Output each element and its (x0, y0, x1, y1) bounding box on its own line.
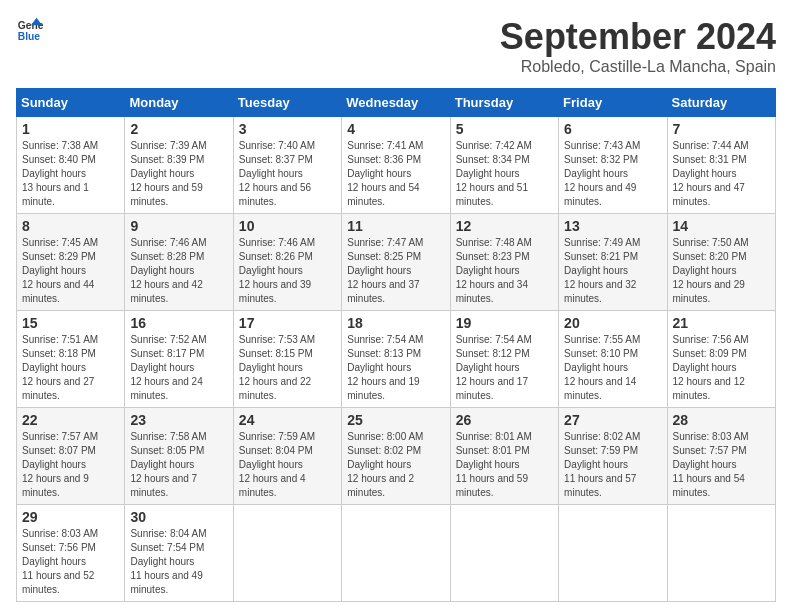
list-item: 27 Sunrise: 8:02 AM Sunset: 7:59 PM Dayl… (559, 408, 667, 505)
col-saturday: Saturday (667, 89, 775, 117)
list-item (342, 505, 450, 602)
day-number: 10 (239, 218, 336, 234)
day-number: 30 (130, 509, 227, 525)
day-number: 4 (347, 121, 444, 137)
list-item: 14 Sunrise: 7:50 AM Sunset: 8:20 PM Dayl… (667, 214, 775, 311)
day-info: Sunrise: 8:04 AM Sunset: 7:54 PM Dayligh… (130, 527, 227, 597)
day-info: Sunrise: 7:39 AM Sunset: 8:39 PM Dayligh… (130, 139, 227, 209)
day-number: 9 (130, 218, 227, 234)
day-info: Sunrise: 7:48 AM Sunset: 8:23 PM Dayligh… (456, 236, 553, 306)
col-sunday: Sunday (17, 89, 125, 117)
day-number: 21 (673, 315, 770, 331)
day-info: Sunrise: 7:38 AM Sunset: 8:40 PM Dayligh… (22, 139, 119, 209)
day-info: Sunrise: 8:03 AM Sunset: 7:56 PM Dayligh… (22, 527, 119, 597)
list-item: 3 Sunrise: 7:40 AM Sunset: 8:37 PM Dayli… (233, 117, 341, 214)
list-item: 12 Sunrise: 7:48 AM Sunset: 8:23 PM Dayl… (450, 214, 558, 311)
list-item: 17 Sunrise: 7:53 AM Sunset: 8:15 PM Dayl… (233, 311, 341, 408)
day-number: 23 (130, 412, 227, 428)
table-row: 8 Sunrise: 7:45 AM Sunset: 8:29 PM Dayli… (17, 214, 776, 311)
list-item: 16 Sunrise: 7:52 AM Sunset: 8:17 PM Dayl… (125, 311, 233, 408)
day-info: Sunrise: 7:41 AM Sunset: 8:36 PM Dayligh… (347, 139, 444, 209)
day-info: Sunrise: 7:43 AM Sunset: 8:32 PM Dayligh… (564, 139, 661, 209)
list-item: 2 Sunrise: 7:39 AM Sunset: 8:39 PM Dayli… (125, 117, 233, 214)
day-number: 22 (22, 412, 119, 428)
header: General Blue September 2024 Robledo, Cas… (16, 16, 776, 76)
day-number: 20 (564, 315, 661, 331)
day-number: 3 (239, 121, 336, 137)
day-number: 1 (22, 121, 119, 137)
list-item: 10 Sunrise: 7:46 AM Sunset: 8:26 PM Dayl… (233, 214, 341, 311)
list-item: 23 Sunrise: 7:58 AM Sunset: 8:05 PM Dayl… (125, 408, 233, 505)
day-info: Sunrise: 7:45 AM Sunset: 8:29 PM Dayligh… (22, 236, 119, 306)
day-info: Sunrise: 7:53 AM Sunset: 8:15 PM Dayligh… (239, 333, 336, 403)
calendar-table: Sunday Monday Tuesday Wednesday Thursday… (16, 88, 776, 602)
list-item (450, 505, 558, 602)
day-info: Sunrise: 8:01 AM Sunset: 8:01 PM Dayligh… (456, 430, 553, 500)
col-friday: Friday (559, 89, 667, 117)
list-item: 24 Sunrise: 7:59 AM Sunset: 8:04 PM Dayl… (233, 408, 341, 505)
day-number: 17 (239, 315, 336, 331)
day-info: Sunrise: 7:52 AM Sunset: 8:17 PM Dayligh… (130, 333, 227, 403)
day-info: Sunrise: 7:59 AM Sunset: 8:04 PM Dayligh… (239, 430, 336, 500)
list-item: 11 Sunrise: 7:47 AM Sunset: 8:25 PM Dayl… (342, 214, 450, 311)
day-number: 15 (22, 315, 119, 331)
day-number: 6 (564, 121, 661, 137)
logo: General Blue (16, 16, 44, 44)
day-number: 12 (456, 218, 553, 234)
table-row: 29 Sunrise: 8:03 AM Sunset: 7:56 PM Dayl… (17, 505, 776, 602)
title-area: September 2024 Robledo, Castille-La Manc… (500, 16, 776, 76)
list-item: 9 Sunrise: 7:46 AM Sunset: 8:28 PM Dayli… (125, 214, 233, 311)
table-row: 22 Sunrise: 7:57 AM Sunset: 8:07 PM Dayl… (17, 408, 776, 505)
col-wednesday: Wednesday (342, 89, 450, 117)
day-number: 24 (239, 412, 336, 428)
list-item: 22 Sunrise: 7:57 AM Sunset: 8:07 PM Dayl… (17, 408, 125, 505)
table-row: 1 Sunrise: 7:38 AM Sunset: 8:40 PM Dayli… (17, 117, 776, 214)
day-info: Sunrise: 7:57 AM Sunset: 8:07 PM Dayligh… (22, 430, 119, 500)
day-info: Sunrise: 7:42 AM Sunset: 8:34 PM Dayligh… (456, 139, 553, 209)
day-number: 2 (130, 121, 227, 137)
col-thursday: Thursday (450, 89, 558, 117)
day-number: 5 (456, 121, 553, 137)
list-item: 7 Sunrise: 7:44 AM Sunset: 8:31 PM Dayli… (667, 117, 775, 214)
day-info: Sunrise: 8:00 AM Sunset: 8:02 PM Dayligh… (347, 430, 444, 500)
day-number: 13 (564, 218, 661, 234)
list-item: 28 Sunrise: 8:03 AM Sunset: 7:57 PM Dayl… (667, 408, 775, 505)
day-info: Sunrise: 7:46 AM Sunset: 8:26 PM Dayligh… (239, 236, 336, 306)
day-number: 25 (347, 412, 444, 428)
day-number: 11 (347, 218, 444, 234)
day-number: 19 (456, 315, 553, 331)
logo-icon: General Blue (16, 16, 44, 44)
day-info: Sunrise: 7:44 AM Sunset: 8:31 PM Dayligh… (673, 139, 770, 209)
day-number: 18 (347, 315, 444, 331)
col-tuesday: Tuesday (233, 89, 341, 117)
list-item: 5 Sunrise: 7:42 AM Sunset: 8:34 PM Dayli… (450, 117, 558, 214)
list-item: 4 Sunrise: 7:41 AM Sunset: 8:36 PM Dayli… (342, 117, 450, 214)
day-number: 26 (456, 412, 553, 428)
svg-text:Blue: Blue (18, 31, 41, 42)
day-info: Sunrise: 7:54 AM Sunset: 8:12 PM Dayligh… (456, 333, 553, 403)
list-item: 25 Sunrise: 8:00 AM Sunset: 8:02 PM Dayl… (342, 408, 450, 505)
day-info: Sunrise: 8:02 AM Sunset: 7:59 PM Dayligh… (564, 430, 661, 500)
col-monday: Monday (125, 89, 233, 117)
list-item: 8 Sunrise: 7:45 AM Sunset: 8:29 PM Dayli… (17, 214, 125, 311)
day-info: Sunrise: 7:55 AM Sunset: 8:10 PM Dayligh… (564, 333, 661, 403)
month-title: September 2024 (500, 16, 776, 58)
location-title: Robledo, Castille-La Mancha, Spain (500, 58, 776, 76)
list-item: 21 Sunrise: 7:56 AM Sunset: 8:09 PM Dayl… (667, 311, 775, 408)
list-item: 19 Sunrise: 7:54 AM Sunset: 8:12 PM Dayl… (450, 311, 558, 408)
day-number: 27 (564, 412, 661, 428)
list-item: 29 Sunrise: 8:03 AM Sunset: 7:56 PM Dayl… (17, 505, 125, 602)
day-number: 29 (22, 509, 119, 525)
list-item: 1 Sunrise: 7:38 AM Sunset: 8:40 PM Dayli… (17, 117, 125, 214)
day-info: Sunrise: 7:46 AM Sunset: 8:28 PM Dayligh… (130, 236, 227, 306)
day-number: 14 (673, 218, 770, 234)
day-info: Sunrise: 8:03 AM Sunset: 7:57 PM Dayligh… (673, 430, 770, 500)
list-item (559, 505, 667, 602)
day-info: Sunrise: 7:50 AM Sunset: 8:20 PM Dayligh… (673, 236, 770, 306)
day-info: Sunrise: 7:49 AM Sunset: 8:21 PM Dayligh… (564, 236, 661, 306)
list-item: 30 Sunrise: 8:04 AM Sunset: 7:54 PM Dayl… (125, 505, 233, 602)
list-item (667, 505, 775, 602)
day-number: 28 (673, 412, 770, 428)
day-info: Sunrise: 7:56 AM Sunset: 8:09 PM Dayligh… (673, 333, 770, 403)
day-number: 8 (22, 218, 119, 234)
